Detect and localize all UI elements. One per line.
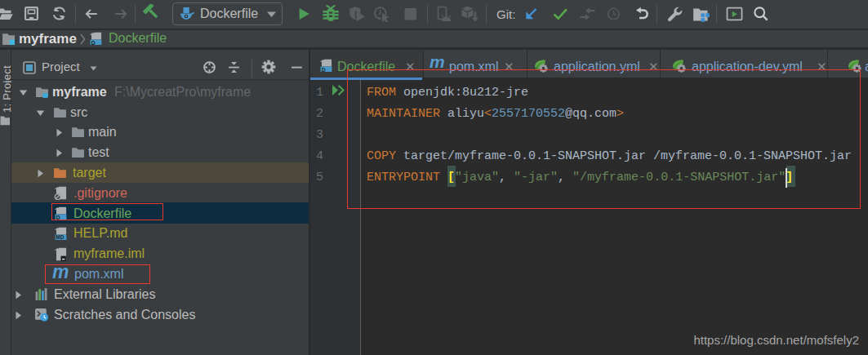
svg-text:MD: MD xyxy=(56,234,64,240)
svg-text:D: D xyxy=(91,40,96,46)
svg-text:D: D xyxy=(322,67,326,73)
